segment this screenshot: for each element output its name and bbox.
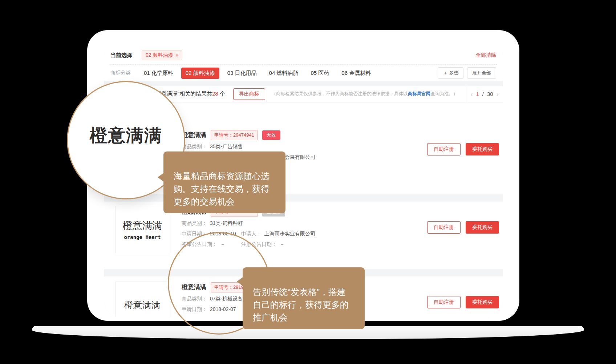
row-actions: 自助注册 委托购买 — [427, 143, 499, 155]
trademark-image[interactable]: 橙意满满 orange Heart — [115, 206, 169, 253]
current-selection-row: 当前选择 02 颜料油漆 × 全部清除 — [104, 46, 503, 64]
chevron-right-icon[interactable]: › — [497, 91, 499, 97]
trademark-title-line: 橙意满满 申请号：29474941 无效 — [182, 130, 315, 140]
selected-filter-chip[interactable]: 02 颜料油漆 × — [142, 50, 182, 60]
application-number-label: 申请号： — [214, 132, 233, 138]
trademark-name[interactable]: 橙意满满 — [182, 131, 206, 139]
tab-category-02-active[interactable]: 02 颜料油漆 — [181, 68, 219, 79]
category-field: 商品类别：35类-广告销售 — [182, 143, 240, 150]
tab-category-05[interactable]: 05 医药 — [306, 68, 333, 79]
category-filter-row: 商标分类 01 化学原料 02 颜料油漆 03 日化用品 04 燃料油脂 05 … — [104, 65, 503, 81]
disclaimer-text: （商标检索结果仅供参考，不作为商标能否注册的法律依据；具体以商标局官网查询为准。… — [272, 91, 458, 97]
trademark-image-subtext: orange Heart — [124, 234, 161, 240]
entrust-purchase-button[interactable]: 委托购买 — [466, 143, 499, 155]
category-field: 商品类别：31类-饲料种籽 — [182, 220, 240, 227]
callout-marketplace: 海量精品商标资源随心选 购。支持在线交易，获得 更多的交易机会 — [163, 151, 285, 213]
pagination: ‹ 1 / 30 › — [466, 86, 503, 102]
export-trademarks-button[interactable]: 导出商标 — [233, 88, 265, 100]
multi-select-button[interactable]: ＋ 多选 — [438, 67, 463, 79]
field-line: 商品类别：35类-广告销售 — [182, 143, 315, 150]
row-actions: 自助注册 委托购买 — [427, 221, 499, 234]
callout-arrow-icon — [158, 173, 164, 182]
application-number-tag: 申请号：29474941 — [211, 130, 258, 140]
tab-category-06[interactable]: 06 金属材料 — [337, 68, 375, 79]
chevron-left-icon[interactable]: ‹ — [470, 91, 473, 97]
row-actions: 自助注册 委托购买 — [427, 296, 499, 308]
filter-panel: 当前选择 02 颜料油漆 × 全部清除 商标分类 01 化学原料 02 颜料油漆… — [104, 46, 503, 81]
disclaimer-prefix: （商标检索结果仅供参考，不作为商标能否注册的法律依据；具体以 — [272, 91, 408, 96]
trademark-image-text: 橙意满满 — [124, 299, 161, 311]
result-count: 28 — [212, 90, 218, 97]
current-selection-label: 当前选择 — [110, 52, 132, 59]
status-badge: 无效 — [262, 130, 280, 140]
applicant-field: 申请人：上海雨步实业有限公司 — [241, 231, 315, 236]
pagination-total-pages: 30 — [487, 91, 493, 97]
callout-promotion: 告别传统“发表格”，搭建 自己的标行，获得更多的 推广机会 — [243, 267, 365, 329]
self-register-button[interactable]: 自助注册 — [427, 221, 461, 234]
entrust-purchase-button[interactable]: 委托购买 — [466, 221, 499, 234]
magnified-trademark-text: 橙意满满 — [90, 124, 162, 147]
callout-text: 告别传统“发表格”，搭建 自己的标行，获得更多的 推广机会 — [253, 287, 349, 322]
self-register-button[interactable]: 自助注册 — [427, 296, 461, 308]
tab-category-04[interactable]: 04 燃料油脂 — [265, 68, 303, 79]
category-filter-label: 商标分类 — [110, 70, 131, 76]
trademark-office-link[interactable]: 商标局官网 — [408, 91, 431, 96]
clear-all-button[interactable]: 全部清除 — [476, 52, 496, 58]
callout-text: 海量精品商标资源随心选 购。支持在线交易，获得 更多的交易机会 — [174, 171, 270, 206]
disclaimer-suffix: 查询为准。） — [430, 91, 458, 96]
application-number-value: 29474941 — [233, 132, 254, 138]
field-line: 商品类别：31类-饲料种籽 — [182, 220, 315, 227]
pagination-current-page: 1 — [476, 91, 479, 97]
entrust-purchase-button[interactable]: 委托购买 — [466, 296, 499, 308]
tab-category-01[interactable]: 01 化学原料 — [139, 68, 178, 79]
pagination-separator: / — [482, 91, 484, 97]
tab-category-03[interactable]: 03 日化用品 — [223, 68, 261, 79]
self-register-button[interactable]: 自助注册 — [427, 143, 461, 155]
expand-all-button[interactable]: 展开全部 — [467, 67, 496, 79]
result-summary-suffix: 个 — [218, 90, 225, 97]
callout-arrow-icon — [237, 277, 243, 286]
close-icon[interactable]: × — [175, 53, 178, 58]
trademark-image[interactable]: 橙意满满 — [115, 282, 169, 317]
trademark-image-text: 橙意满满 — [123, 219, 162, 232]
selected-filter-chip-label: 02 颜料油漆 — [146, 52, 173, 58]
